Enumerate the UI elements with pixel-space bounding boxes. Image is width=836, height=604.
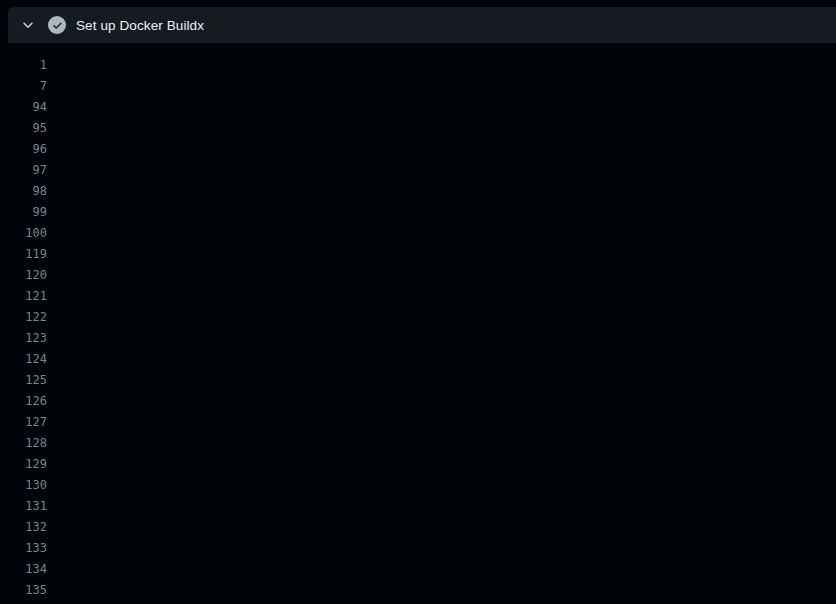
line-number[interactable]: 135 bbox=[0, 580, 47, 601]
log-line: 125 "status": "running", bbox=[0, 370, 836, 391]
line-number[interactable]: 131 bbox=[0, 496, 47, 517]
log-line[interactable]: 97 ▼ Creating a new builder instance bbox=[0, 160, 836, 181]
step-header[interactable]: Set up Docker Buildx bbox=[8, 7, 836, 43]
log-line: 98 /usr/bin/docker buildx create --name … bbox=[0, 181, 836, 202]
log-line[interactable]: 135 ▼ BuildKit version bbox=[0, 580, 836, 601]
log-line: 131 "name": "builder-d9cfb5a1-c764-445a-… bbox=[0, 496, 836, 517]
line-number[interactable]: 130 bbox=[0, 475, 47, 496]
log-line: 95 /usr/bin/docker buildx version bbox=[0, 118, 836, 139]
line-number[interactable]: 134 bbox=[0, 559, 47, 580]
chevron-down-icon[interactable] bbox=[20, 17, 36, 33]
log-line: 124 "endpoint": "unix:///var/run/docker.… bbox=[0, 349, 836, 370]
log-line: 130 ], bbox=[0, 475, 836, 496]
log-line: 128 "platforms": "linux/amd64,linux/amd6… bbox=[0, 433, 836, 454]
log-line: 99 builder-d9cfb5a1-c764-445a-a57e-0b19d… bbox=[0, 202, 836, 223]
line-number[interactable]: 99 bbox=[0, 202, 47, 223]
log-line: 129 } bbox=[0, 454, 836, 475]
log-line: 133 "lastActivity": "2023-02-25T11:58:12… bbox=[0, 538, 836, 559]
log-line[interactable]: 7 ▶ Docker info bbox=[0, 76, 836, 97]
log-line[interactable]: 119 ▼ Inspect builder bbox=[0, 244, 836, 265]
log-container: 1 ▶ Run ./ 7 ▶ Docker info 94 ▼ Buildx v… bbox=[0, 43, 836, 604]
log-line: 123 "name": "builder-d9cfb5a1-c764-445a-… bbox=[0, 328, 836, 349]
log-line: 120 { bbox=[0, 265, 836, 286]
line-number[interactable]: 122 bbox=[0, 307, 47, 328]
line-number[interactable]: 97 bbox=[0, 160, 47, 181]
line-number[interactable]: 132 bbox=[0, 517, 47, 538]
line-number[interactable]: 128 bbox=[0, 433, 47, 454]
step-success-check-icon bbox=[48, 16, 66, 34]
line-number[interactable]: 98 bbox=[0, 181, 47, 202]
line-number[interactable]: 123 bbox=[0, 328, 47, 349]
log-line: 126 "buildkitd-flags": "--allow-insecure… bbox=[0, 391, 836, 412]
log-line: 121 "nodes": [ bbox=[0, 286, 836, 307]
log-line: 96 github.com/docker/buildx 0.10.3+azure… bbox=[0, 139, 836, 160]
line-number[interactable]: 129 bbox=[0, 454, 47, 475]
log-line[interactable]: 1 ▶ Run ./ bbox=[0, 55, 836, 76]
line-number[interactable]: 7 bbox=[0, 76, 47, 97]
line-number[interactable]: 1 bbox=[0, 55, 47, 76]
log-line: 127 "buildkit": "v0.11.3", bbox=[0, 412, 836, 433]
line-number[interactable]: 94 bbox=[0, 97, 47, 118]
line-number[interactable]: 126 bbox=[0, 391, 47, 412]
line-number[interactable]: 127 bbox=[0, 412, 47, 433]
line-number[interactable]: 96 bbox=[0, 139, 47, 160]
line-number[interactable]: 95 bbox=[0, 118, 47, 139]
log-line: 122 { bbox=[0, 307, 836, 328]
line-number[interactable]: 120 bbox=[0, 265, 47, 286]
line-number[interactable]: 133 bbox=[0, 538, 47, 559]
line-number[interactable]: 124 bbox=[0, 349, 47, 370]
step-title: Set up Docker Buildx bbox=[76, 18, 204, 33]
log-line[interactable]: 100 ▶ Booting builder bbox=[0, 223, 836, 244]
log-line[interactable]: 94 ▼ Buildx version bbox=[0, 97, 836, 118]
log-line: 132 "driver": "docker-container", bbox=[0, 517, 836, 538]
line-number[interactable]: 100 bbox=[0, 223, 47, 244]
line-number[interactable]: 119 bbox=[0, 244, 47, 265]
log-line: 134 } bbox=[0, 559, 836, 580]
line-number[interactable]: 125 bbox=[0, 370, 47, 391]
line-number[interactable]: 121 bbox=[0, 286, 47, 307]
